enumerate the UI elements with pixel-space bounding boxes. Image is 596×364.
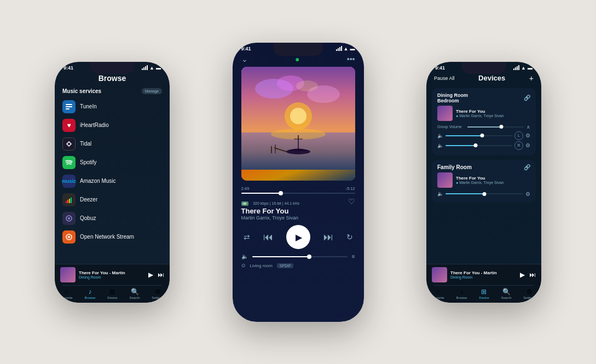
now-playing-text-mini-right: There For You - Martin Dining Room [450,270,517,279]
status-icons-center: ▲ ▬ [336,46,355,51]
shuffle-button[interactable]: ⇄ [244,233,250,241]
tab-settings-left[interactable]: ⚙ Settings [152,288,164,299]
tab-device-left[interactable]: ⊞ Device [107,288,117,299]
service-item-spotify[interactable]: Spotify [55,153,170,172]
progress-bar[interactable] [241,193,355,194]
bedroom-volume-bar[interactable] [445,145,512,146]
now-playing-title-left: There For You - Martin [79,270,145,275]
vol-icon-bedroom: 🔈 [437,143,443,148]
progress-fill [241,193,281,194]
chevron-up-icon[interactable]: ∧ [526,124,530,130]
group-volume-fill [467,126,501,128]
tab-label-settings-left: Settings [152,296,164,299]
volume-icon: 🔈 [241,253,248,259]
playback-controls: ⇄ ⏮ ▶ ⏭ ↻ [233,223,364,252]
svg-rect-6 [71,198,72,203]
service-item-deezer[interactable]: Deezer [55,190,170,209]
volume-bar[interactable] [252,256,348,257]
dining-volume-bar[interactable] [445,135,512,136]
track-artist: Martin Garrix, Troye Sivan [241,215,300,221]
tab-browse-left[interactable]: ♪ Browse [84,288,95,299]
group-volume-bar[interactable] [467,126,524,128]
tab-settings-right[interactable]: ⚙ Settings [523,288,535,299]
now-playing-mini-right[interactable]: There For You - Martin Dining Room ▶ ⏭ [426,264,541,285]
now-playing-mini-left[interactable]: There For You - Martin Dining Room ▶ ⏭ [55,264,170,285]
group-track-title-dining: There For You [456,109,504,114]
service-name-network-stream: Open Network Stream [80,234,134,240]
hd-badge: HD [241,201,248,206]
album-art-svg [241,67,355,170]
phone-left: 9:41 ▲ ▬ Browse Music services Manage [55,62,170,303]
tunein-icon [62,100,76,113]
play-button[interactable]: ▶ [286,225,310,249]
service-name-qobuz: Qobuz [80,215,96,221]
tab-device-right[interactable]: ⊞ Device [479,288,489,299]
service-item-tunein[interactable]: TuneIn [55,97,170,116]
group-art-dining [437,106,453,121]
wifi-icon-right: ▲ [521,65,526,71]
tab-favorite-left[interactable]: ☆ Favorite [61,288,73,299]
tab-browse-right[interactable]: ♪ Browse [456,288,467,299]
now-playing-room-left: Dining Room [79,275,145,279]
now-playing-room-right: Dining Room [450,275,517,279]
settings-icon-left: ⚙ [155,288,161,296]
tab-label-browse-right: Browse [456,296,467,299]
browse-icon-right: ♪ [460,288,463,296]
tab-search-left[interactable]: 🔍 Search [130,288,140,299]
volume-dot [307,255,311,259]
devices-title: Devices [478,74,505,82]
gear-icon-bedroom[interactable]: ⚙ [525,142,530,148]
spdif-badge: SPDIF [277,263,294,268]
add-device-button[interactable]: + [529,74,534,83]
music-services-label: Music services [62,88,101,94]
dining-volume-dot [481,134,484,137]
tidal-icon [62,137,76,151]
repeat-button[interactable]: ↻ [346,233,353,241]
service-item-tidal[interactable]: Tidal [55,135,170,153]
status-icons-right: ▲ ▬ [513,65,533,71]
group-track-title-family: There For You [456,176,504,181]
play-mini-icon-left[interactable]: ▶ [148,271,153,279]
service-item-qobuz[interactable]: Qobuz [55,209,170,228]
chevron-down-icon[interactable]: ⌄ [241,55,248,63]
pause-all-button[interactable]: Pause All [434,76,455,81]
heart-button[interactable]: ♡ [348,197,355,206]
more-options-icon[interactable]: ••• [347,55,355,63]
tab-search-right[interactable]: 🔍 Search [501,288,512,299]
tab-favorite-right[interactable]: ☆ Favorite [432,288,444,299]
tab-label-search-left: Search [130,296,140,299]
time-row: 2:49 -5:12 [241,186,355,191]
gear-icon-dining[interactable]: ⚙ [525,132,530,138]
bottom-bar-left: There For You - Martin Dining Room ▶ ⏭ ☆… [55,264,170,303]
notch-right [462,62,506,74]
deezer-icon [62,193,76,206]
queue-icon[interactable]: ≡ [352,253,355,259]
service-name-iheartradio: iHeartRadio [80,122,109,128]
service-name-tunein: TuneIn [80,103,97,109]
next-mini-icon-right[interactable]: ⏭ [529,271,536,279]
next-mini-icon-left[interactable]: ⏭ [158,271,164,279]
service-item-iheartradio[interactable]: ♥ iHeartRadio [55,116,170,135]
link-icon-family[interactable]: 🔗 [524,164,530,170]
search-icon-left: 🔍 [131,288,139,296]
service-item-network-stream[interactable]: Open Network Stream [55,228,170,246]
gear-icon-family[interactable]: ⚙ [525,191,530,197]
album-art-inner [241,67,355,181]
svg-point-8 [68,217,70,219]
link-icon-dining[interactable]: 🔗 [524,95,530,101]
manage-button[interactable]: Manage [142,88,162,94]
room-section: ⊙ Living room SPDIF [233,262,364,270]
spotify-logo-center: ● [295,55,299,63]
service-item-amazon-music[interactable]: music Amazon Music [55,172,170,190]
album-art [241,67,355,181]
amazon-music-icon: music [62,175,76,188]
prev-button[interactable]: ⏮ [263,232,273,243]
group-track-row-dining: There For You ● Martin Garrix, Troye Siv… [437,106,530,121]
family-volume-bar[interactable] [445,193,523,194]
next-button[interactable]: ⏭ [323,232,333,243]
service-name-spotify: Spotify [80,159,97,165]
bottom-bar-right: There For You - Martin Dining Room ▶ ⏭ ☆… [426,264,541,303]
dining-volume-fill [445,135,482,136]
play-mini-icon-right[interactable]: ▶ [520,271,525,279]
now-playing-art-mini-left [60,267,76,282]
